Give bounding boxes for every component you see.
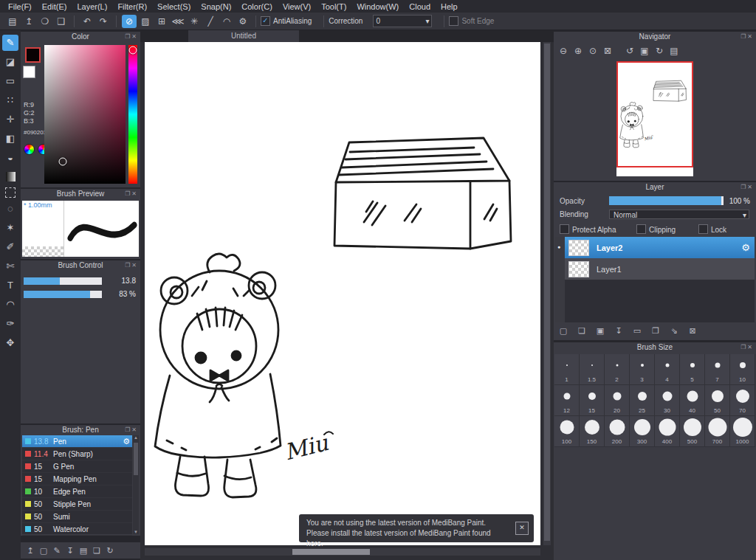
- comment-icon[interactable]: ❍: [38, 15, 52, 28]
- menu-filter[interactable]: Filter(R): [112, 2, 152, 11]
- brush-size-slider[interactable]: [24, 277, 102, 285]
- brush-item-watercolor[interactable]: 50 Watercolor: [22, 523, 132, 536]
- brush-size-option[interactable]: 1000: [730, 416, 755, 447]
- brush-size-option[interactable]: 1.5: [580, 354, 605, 385]
- brush-size-option[interactable]: 5: [680, 354, 705, 385]
- close-icon[interactable]: ✕: [131, 190, 138, 197]
- background-color-swatch[interactable]: [23, 66, 35, 78]
- brush-size-option[interactable]: 3: [630, 354, 655, 385]
- parallel-snap-icon[interactable]: ▨: [138, 15, 153, 28]
- import-layer-icon[interactable]: ↧: [612, 325, 625, 336]
- close-icon[interactable]: ✕: [131, 426, 138, 433]
- popout-icon[interactable]: ❐: [125, 33, 131, 40]
- edit-brush-icon[interactable]: ✎: [50, 545, 63, 556]
- rotate-ccw-icon[interactable]: ↺: [623, 45, 636, 57]
- eraser-tool[interactable]: ◪: [2, 54, 18, 70]
- popout-icon[interactable]: ❐: [740, 344, 747, 350]
- magic-wand-tool[interactable]: ✶: [2, 220, 18, 236]
- zoom-in-icon[interactable]: ⊕: [571, 45, 585, 57]
- opacity-slider[interactable]: [609, 196, 724, 205]
- zoom-out-icon[interactable]: ⊖: [557, 45, 570, 57]
- popout-icon[interactable]: ❐: [740, 184, 747, 190]
- zoom-reset-icon[interactable]: ⊙: [586, 45, 599, 57]
- brush-size-option[interactable]: 300: [630, 416, 655, 447]
- export-view-icon[interactable]: ▤: [667, 45, 681, 57]
- menu-cloud[interactable]: Cloud: [404, 2, 436, 11]
- menu-snap[interactable]: Snap(N): [196, 2, 236, 11]
- text-tool[interactable]: T: [2, 277, 18, 294]
- menu-file[interactable]: File(F): [3, 2, 37, 11]
- lasso-tool[interactable]: ◌: [2, 201, 18, 217]
- color-wheel-icon[interactable]: [24, 144, 35, 155]
- select-tool[interactable]: [5, 187, 16, 198]
- canvas-vertical-scrollbar[interactable]: [543, 42, 551, 545]
- menu-edit[interactable]: Edit(E): [37, 2, 72, 11]
- hue-slider[interactable]: [128, 45, 137, 184]
- layer-row-layer1[interactable]: Layer1: [565, 258, 755, 280]
- copy-layer-icon[interactable]: ❐: [649, 325, 662, 336]
- new-layer-icon[interactable]: ▢: [557, 325, 570, 336]
- download-brush-icon[interactable]: ↧: [63, 545, 77, 556]
- navigator-thumbnail[interactable]: [616, 61, 693, 176]
- grid-snap-icon[interactable]: ⊞: [154, 15, 169, 28]
- menu-help[interactable]: Help: [436, 2, 463, 11]
- brush-list-scrollbar[interactable]: ▲ ▼: [133, 435, 139, 534]
- layer-row-layer2[interactable]: Layer2 ⚙: [565, 237, 755, 258]
- close-icon[interactable]: ✕: [747, 184, 754, 190]
- snap-off-icon[interactable]: ⊘: [122, 15, 137, 28]
- close-icon[interactable]: ✕: [747, 344, 754, 350]
- soft-edge-checkbox[interactable]: [449, 16, 458, 26]
- brush-size-option[interactable]: 2: [605, 354, 630, 385]
- brush-size-option[interactable]: 25: [630, 385, 655, 416]
- duplicate-layer-icon[interactable]: ❏: [575, 325, 588, 336]
- snap-settings-icon[interactable]: ⚙: [236, 15, 250, 28]
- brush-item-edge-pen[interactable]: 10 Edge Pen: [22, 485, 132, 498]
- menu-tool[interactable]: Tool(T): [316, 2, 351, 11]
- brush-size-option[interactable]: 50: [705, 385, 730, 416]
- brush-size-option[interactable]: 500: [680, 416, 705, 447]
- menu-layer[interactable]: Layer(L): [72, 2, 112, 11]
- brush-size-option[interactable]: 100: [554, 416, 580, 447]
- brush-size-option[interactable]: 30: [655, 385, 680, 416]
- gradient-tool[interactable]: [6, 172, 16, 182]
- layer-settings-icon[interactable]: ⚙: [741, 242, 750, 253]
- brush-size-option[interactable]: 1: [554, 354, 580, 385]
- undo-icon[interactable]: ↶: [80, 15, 94, 28]
- fill-tool[interactable]: ◧: [2, 131, 18, 147]
- popout-icon[interactable]: ❐: [740, 33, 747, 40]
- notification-line2[interactable]: Please install the latest version of Med…: [306, 528, 509, 549]
- brush-item-stipple-pen[interactable]: 50 Stipple Pen: [22, 498, 132, 511]
- layer-pages-icon[interactable]: ▣: [594, 325, 607, 336]
- brush-size-option[interactable]: 150: [580, 416, 605, 447]
- scrollbar-thumb[interactable]: [292, 549, 370, 555]
- layer-visible-icon[interactable]: ●: [557, 244, 560, 249]
- brush-item-sumi[interactable]: 50 Sumi: [22, 511, 132, 523]
- select-pen-tool[interactable]: ✐: [2, 239, 18, 255]
- brush-item-pen-sharp[interactable]: 11.4 Pen (Sharp): [22, 448, 132, 460]
- upload-brush-icon[interactable]: ↥: [24, 545, 37, 556]
- radial-snap-icon[interactable]: ✳: [187, 15, 202, 28]
- lock-checkbox[interactable]: Lock: [698, 224, 726, 234]
- popout-icon[interactable]: ❐: [125, 190, 131, 197]
- brush-size-option[interactable]: 200: [605, 416, 630, 447]
- scroll-up-icon[interactable]: ▲: [134, 435, 138, 440]
- brush-item-mapping-pen[interactable]: 15 Mapping Pen: [22, 473, 132, 485]
- brush-opacity-slider[interactable]: [24, 291, 102, 298]
- select-eraser-tool[interactable]: ✄: [2, 258, 18, 274]
- canvas-horizontal-scrollbar[interactable]: [145, 548, 540, 556]
- drawing-canvas[interactable]: [145, 42, 540, 545]
- publish-icon[interactable]: ↥: [21, 15, 36, 28]
- dot-tool[interactable]: ∷: [2, 92, 18, 108]
- brush-size-option[interactable]: 4: [655, 354, 680, 385]
- layer-folder-icon[interactable]: ▭: [630, 325, 644, 336]
- close-icon[interactable]: ✕: [131, 262, 138, 269]
- shape-brush-tool[interactable]: ▭: [2, 73, 18, 89]
- brush-size-option[interactable]: 7: [705, 354, 730, 385]
- hand-tool[interactable]: ✥: [2, 335, 18, 351]
- reset-view-icon[interactable]: ▣: [638, 45, 651, 57]
- zoom-fit-icon[interactable]: ⊠: [601, 45, 614, 57]
- eyedropper-tool[interactable]: ✑: [2, 316, 18, 332]
- curve-snap-icon[interactable]: ◠: [219, 15, 234, 28]
- brush-item-g-pen[interactable]: 15 G Pen: [22, 460, 132, 473]
- brush-folder-icon[interactable]: ▤: [77, 545, 90, 556]
